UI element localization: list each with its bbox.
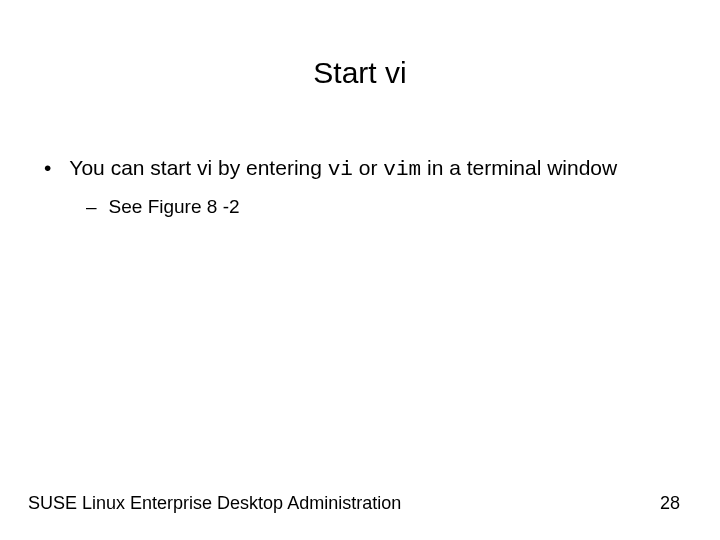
footer-title: SUSE Linux Enterprise Desktop Administra… <box>28 493 401 514</box>
bullet-main: • You can start vi by entering vi or vim… <box>40 154 680 184</box>
bullet-mid: or <box>353 156 383 179</box>
bullet-pre: You can start vi by entering <box>69 156 327 179</box>
code-vi: vi <box>328 158 353 181</box>
bullet-text: You can start vi by entering vi or vim i… <box>69 154 680 184</box>
sub-bullet: – See Figure 8 -2 <box>86 196 680 218</box>
slide-title: Start vi <box>0 0 720 90</box>
bullet-post: in a terminal window <box>421 156 617 179</box>
dash-icon: – <box>86 196 97 218</box>
code-vim: vim <box>383 158 421 181</box>
slide: Start vi • You can start vi by entering … <box>0 0 720 540</box>
bullet-icon: • <box>44 154 51 182</box>
sub-bullet-text: See Figure 8 -2 <box>109 196 240 218</box>
page-number: 28 <box>660 493 680 514</box>
slide-content: • You can start vi by entering vi or vim… <box>0 90 720 218</box>
footer: SUSE Linux Enterprise Desktop Administra… <box>0 493 720 514</box>
